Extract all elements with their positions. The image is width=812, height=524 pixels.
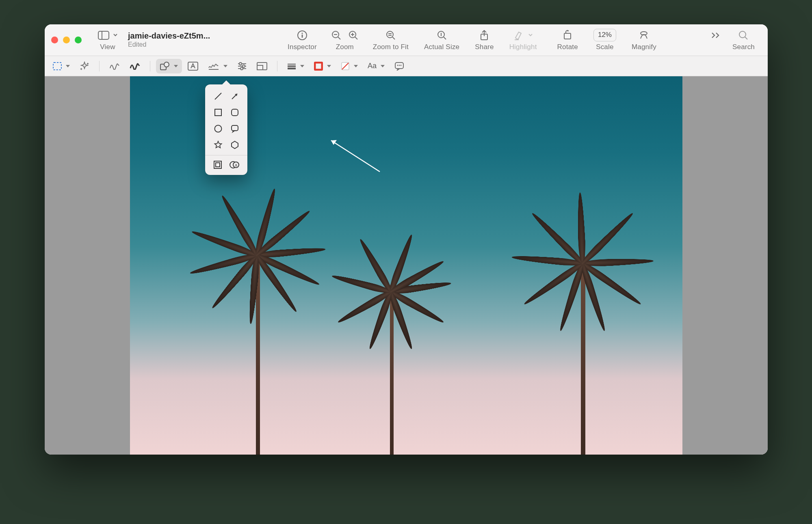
magnify-button[interactable]: Magnify	[625, 24, 663, 56]
minimize-window-button[interactable]	[63, 37, 70, 43]
shapes-tool[interactable]	[156, 59, 182, 73]
preview-window: View jamie-davies-eZt5m... Edited Inspec…	[45, 24, 768, 455]
sidebar-icon	[98, 29, 117, 41]
shape-speech-bubble[interactable]	[227, 123, 242, 134]
fill-color-tool[interactable]	[337, 59, 362, 73]
share-button[interactable]: Share	[468, 24, 500, 56]
zoom-fit-icon	[386, 29, 396, 41]
canvas-area	[45, 76, 768, 455]
svg-rect-42	[315, 63, 322, 70]
info-icon	[297, 29, 307, 41]
svg-line-25	[745, 37, 747, 39]
sketch-tool[interactable]	[105, 59, 124, 73]
svg-line-13	[392, 37, 395, 39]
separator	[150, 61, 150, 71]
svg-rect-4	[302, 35, 303, 38]
search-icon	[738, 29, 748, 41]
filename: jamie-davies-eZt5m...	[128, 32, 233, 40]
shape-style-tool[interactable]	[283, 59, 308, 73]
svg-point-54	[214, 125, 221, 132]
zoom-to-fit-button[interactable]: Zoom to Fit	[366, 24, 415, 56]
svg-point-46	[397, 65, 398, 66]
svg-rect-58	[216, 163, 220, 167]
svg-line-49	[331, 140, 380, 172]
scale-control[interactable]: 12% Scale	[587, 24, 623, 56]
shape-line[interactable]	[211, 91, 225, 101]
adjust-size-tool[interactable]	[253, 59, 271, 73]
close-window-button[interactable]	[51, 37, 58, 43]
shape-loupe[interactable]: a	[230, 160, 239, 170]
shape-mask[interactable]	[213, 160, 222, 170]
separator	[99, 61, 100, 71]
text-tool[interactable]	[184, 59, 202, 73]
shape-polygon[interactable]	[227, 140, 242, 150]
view-menu[interactable]: View	[91, 24, 124, 56]
selection-tool[interactable]	[49, 59, 74, 73]
sign-tool[interactable]	[204, 59, 232, 73]
selection-icon	[53, 62, 62, 70]
scale-field[interactable]: 12%	[593, 29, 616, 41]
instant-alpha-tool[interactable]	[76, 59, 93, 73]
sparkle-icon	[80, 61, 89, 71]
text-style-label: Aa	[368, 62, 377, 70]
text-box-icon	[188, 62, 198, 71]
border-color-tool[interactable]	[310, 59, 335, 73]
svg-rect-52	[215, 109, 221, 116]
svg-marker-56	[232, 141, 238, 149]
shapes-icon	[160, 62, 170, 71]
document-title[interactable]: jamie-davies-eZt5m... Edited	[126, 32, 236, 48]
shape-arrow[interactable]	[227, 91, 242, 101]
adjust-color-tool[interactable]	[233, 59, 251, 73]
separator	[277, 61, 277, 71]
shapes-popover: a	[205, 84, 247, 175]
zoom-icons	[331, 29, 358, 41]
svg-rect-0	[98, 31, 109, 39]
shape-star[interactable]	[211, 140, 225, 150]
svg-rect-26	[53, 63, 61, 70]
svg-point-28	[164, 62, 169, 67]
magnify-icon	[639, 29, 649, 41]
svg-point-24	[739, 31, 746, 38]
border-color-icon	[314, 62, 323, 71]
draw-tool[interactable]	[126, 59, 144, 73]
svg-line-6	[338, 37, 340, 39]
search-button[interactable]: Search	[726, 24, 761, 56]
shape-oval[interactable]	[211, 123, 225, 134]
svg-point-34	[243, 65, 245, 67]
highlight-button[interactable]: Highlight	[503, 24, 543, 56]
window-controls	[51, 37, 89, 43]
svg-point-36	[240, 67, 243, 70]
actual-size-icon	[437, 29, 447, 41]
fullscreen-window-button[interactable]	[75, 37, 82, 43]
rotate-button[interactable]: Rotate	[546, 24, 585, 56]
annotate-tool[interactable]	[390, 59, 408, 73]
actual-size-button[interactable]: Actual Size	[418, 24, 466, 56]
scale-value[interactable]: 12%	[593, 29, 616, 41]
shape-rectangle[interactable]	[211, 107, 225, 118]
draw-icon	[130, 63, 140, 70]
annotation-arrow[interactable]	[325, 137, 382, 174]
svg-rect-37	[257, 63, 267, 70]
inspector-button[interactable]: Inspector	[281, 24, 323, 56]
zoom-buttons[interactable]: Zoom	[326, 24, 364, 56]
svg-rect-22	[564, 33, 571, 39]
markup-toolbar: Aa	[45, 56, 768, 76]
sketch-icon	[109, 63, 120, 70]
titlebar: View jamie-davies-eZt5m... Edited Inspec…	[45, 24, 768, 56]
fill-color-icon	[341, 62, 350, 71]
overflow-button[interactable]	[708, 24, 723, 56]
view-label: View	[100, 43, 115, 51]
svg-rect-53	[232, 109, 238, 116]
svg-point-3	[301, 32, 303, 34]
shape-rounded-rectangle[interactable]	[227, 107, 242, 118]
signature-icon	[208, 62, 219, 70]
svg-point-47	[399, 65, 400, 66]
svg-text:a: a	[235, 163, 237, 167]
resize-icon	[257, 62, 267, 70]
share-icon	[480, 29, 489, 41]
svg-rect-55	[232, 125, 238, 131]
svg-point-32	[239, 63, 242, 65]
highlight-icon	[514, 29, 533, 41]
text-style-tool[interactable]: Aa	[364, 59, 389, 73]
line-weight-icon	[287, 63, 296, 69]
